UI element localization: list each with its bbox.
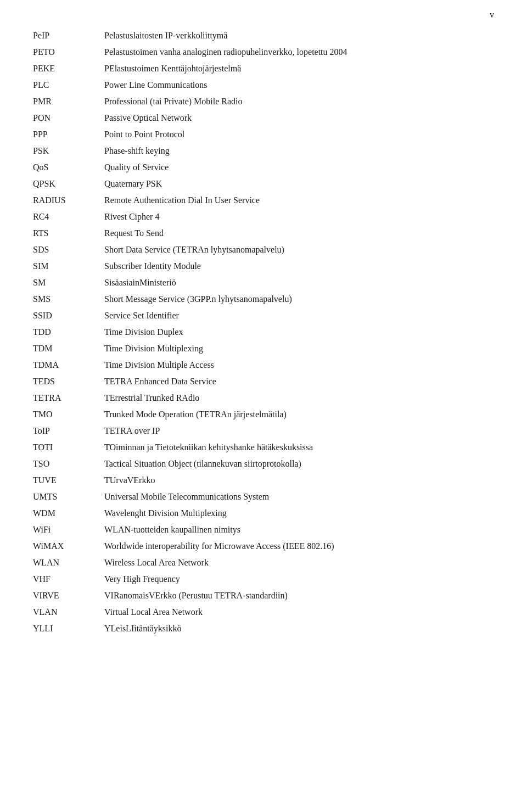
acronym-cell: TSO xyxy=(33,456,104,472)
table-row: TDMATime Division Multiple Access xyxy=(33,357,494,373)
definition-cell: Rivest Cipher 4 xyxy=(104,209,494,225)
acronym-cell: PEKE xyxy=(33,60,104,77)
acronym-cell: RC4 xyxy=(33,209,104,225)
table-row: YLLIYLeisLIitäntäyksikkö xyxy=(33,620,494,637)
table-row: TDDTime Division Duplex xyxy=(33,324,494,340)
definition-cell: WLAN-tuotteiden kaupallinen nimitys xyxy=(104,522,494,538)
definition-cell: Point to Point Protocol xyxy=(104,126,494,143)
table-row: VIRVEVIRanomaisVErkko (Perustuu TETRA-st… xyxy=(33,587,494,604)
acronym-cell: TOTI xyxy=(33,439,104,456)
definition-cell: TOiminnan ja Tietotekniikan kehityshanke… xyxy=(104,439,494,456)
acronym-cell: SDS xyxy=(33,242,104,258)
acronym-cell: SIM xyxy=(33,258,104,275)
table-row: RTSRequest To Send xyxy=(33,225,494,242)
table-row: TEDSTETRA Enhanced Data Service xyxy=(33,373,494,390)
acronym-cell: WDM xyxy=(33,505,104,522)
table-row: SMSisäasiainMinisteriö xyxy=(33,275,494,291)
definition-cell: Time Division Duplex xyxy=(104,324,494,340)
table-row: PETOPelastustoimen vanha analoginen radi… xyxy=(33,44,494,60)
definition-cell: Wavelenght Division Multiplexing xyxy=(104,505,494,522)
table-row: WiFiWLAN-tuotteiden kaupallinen nimitys xyxy=(33,522,494,538)
definition-cell: Tactical Situation Object (tilannekuvan … xyxy=(104,456,494,472)
table-row: PeIPPelastuslaitosten IP-verkkoliittymä xyxy=(33,27,494,44)
definition-cell: Power Line Communications xyxy=(104,77,494,93)
acronym-cell: TDMA xyxy=(33,357,104,373)
acronym-cell: QPSK xyxy=(33,176,104,192)
definition-cell: Service Set Identifier xyxy=(104,307,494,324)
acronym-cell: TETRA xyxy=(33,390,104,406)
acronym-cell: WiFi xyxy=(33,522,104,538)
definition-cell: TErrestrial Trunked RAdio xyxy=(104,390,494,406)
definition-cell: Subscriber Identity Module xyxy=(104,258,494,275)
acronym-cell: PeIP xyxy=(33,27,104,44)
definition-cell: Pelastustoimen vanha analoginen radiopuh… xyxy=(104,44,494,60)
acronym-cell: VIRVE xyxy=(33,587,104,604)
table-row: QoSQuality of Service xyxy=(33,159,494,176)
acronym-cell: PETO xyxy=(33,44,104,60)
definition-cell: YLeisLIitäntäyksikkö xyxy=(104,620,494,637)
definition-cell: Time Division Multiple Access xyxy=(104,357,494,373)
definition-cell: Quality of Service xyxy=(104,159,494,176)
definition-cell: Phase-shift keying xyxy=(104,143,494,159)
acronym-cell: RADIUS xyxy=(33,192,104,209)
table-row: VHFVery High Frequency xyxy=(33,571,494,587)
definition-cell: Pelastuslaitosten IP-verkkoliittymä xyxy=(104,27,494,44)
definition-cell: Quaternary PSK xyxy=(104,176,494,192)
acronym-cell: PLC xyxy=(33,77,104,93)
table-row: PMRProfessional (tai Private) Mobile Rad… xyxy=(33,93,494,110)
table-row: TDMTime Division Multiplexing xyxy=(33,340,494,357)
acronym-cell: WLAN xyxy=(33,555,104,571)
definition-cell: Virtual Local Area Network xyxy=(104,604,494,620)
table-row: TSOTactical Situation Object (tilannekuv… xyxy=(33,456,494,472)
definition-cell: Wireless Local Area Network xyxy=(104,555,494,571)
definition-cell: Remote Authentication Dial In User Servi… xyxy=(104,192,494,209)
table-row: WiMAXWorldwide interoperability for Micr… xyxy=(33,538,494,555)
acronym-cell: PON xyxy=(33,110,104,126)
acronym-cell: VHF xyxy=(33,571,104,587)
definition-cell: Professional (tai Private) Mobile Radio xyxy=(104,93,494,110)
definition-cell: Short Data Service (TETRAn lyhytsanomapa… xyxy=(104,242,494,258)
acronym-cell: TUVE xyxy=(33,472,104,489)
definition-cell: Time Division Multiplexing xyxy=(104,340,494,357)
definition-cell: TUrvaVErkko xyxy=(104,472,494,489)
table-row: PLCPower Line Communications xyxy=(33,77,494,93)
acronym-cell: UMTS xyxy=(33,489,104,505)
table-row: UMTSUniversal Mobile Telecommunications … xyxy=(33,489,494,505)
acronym-cell: TDD xyxy=(33,324,104,340)
table-row: WLANWireless Local Area Network xyxy=(33,555,494,571)
acronym-cell: PPP xyxy=(33,126,104,143)
table-row: RADIUSRemote Authentication Dial In User… xyxy=(33,192,494,209)
table-row: PONPassive Optical Network xyxy=(33,110,494,126)
table-row: SDSShort Data Service (TETRAn lyhytsanom… xyxy=(33,242,494,258)
table-row: PPPPoint to Point Protocol xyxy=(33,126,494,143)
table-row: TUVETUrvaVErkko xyxy=(33,472,494,489)
table-row: VLANVirtual Local Area Network xyxy=(33,604,494,620)
acronym-cell: TDM xyxy=(33,340,104,357)
table-row: ToIPTETRA over IP xyxy=(33,423,494,439)
definition-cell: Trunked Mode Operation (TETRAn järjestel… xyxy=(104,406,494,423)
table-row: PSKPhase-shift keying xyxy=(33,143,494,159)
acronym-cell: WiMAX xyxy=(33,538,104,555)
table-row: WDMWavelenght Division Multiplexing xyxy=(33,505,494,522)
definition-cell: TETRA Enhanced Data Service xyxy=(104,373,494,390)
acronym-cell: YLLI xyxy=(33,620,104,637)
definition-cell: Universal Mobile Telecommunications Syst… xyxy=(104,489,494,505)
definition-cell: TETRA over IP xyxy=(104,423,494,439)
acronym-cell: TMO xyxy=(33,406,104,423)
definition-cell: Passive Optical Network xyxy=(104,110,494,126)
definition-cell: Short Message Service (3GPP.n lyhytsanom… xyxy=(104,291,494,307)
table-row: RC4Rivest Cipher 4 xyxy=(33,209,494,225)
table-row: SSIDService Set Identifier xyxy=(33,307,494,324)
acronym-cell: PSK xyxy=(33,143,104,159)
table-row: SMSShort Message Service (3GPP.n lyhytsa… xyxy=(33,291,494,307)
table-row: TMOTrunked Mode Operation (TETRAn järjes… xyxy=(33,406,494,423)
definition-cell: VIRanomaisVErkko (Perustuu TETRA-standar… xyxy=(104,587,494,604)
acronym-cell: SSID xyxy=(33,307,104,324)
acronym-cell: PMR xyxy=(33,93,104,110)
definition-cell: SisäasiainMinisteriö xyxy=(104,275,494,291)
acronym-cell: SM xyxy=(33,275,104,291)
table-row: SIMSubscriber Identity Module xyxy=(33,258,494,275)
acronym-cell: SMS xyxy=(33,291,104,307)
acronym-cell: QoS xyxy=(33,159,104,176)
table-row: TETRATErrestrial Trunked RAdio xyxy=(33,390,494,406)
